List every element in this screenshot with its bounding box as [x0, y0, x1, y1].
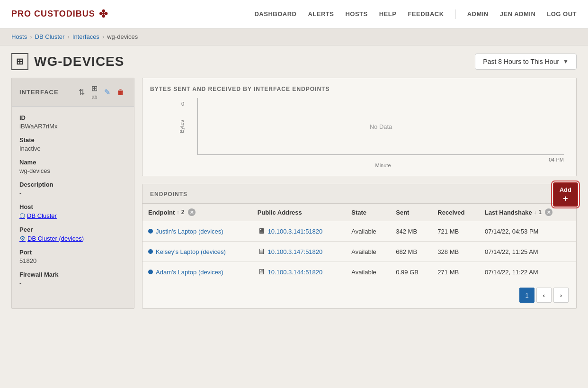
field-id-label: ID — [19, 114, 126, 121]
time-range-dropdown[interactable]: Past 8 Hours to This Hour ▼ — [475, 54, 577, 70]
field-port: Port 51820 — [19, 249, 126, 264]
nav-hosts[interactable]: HOSTS — [345, 10, 367, 18]
endpoint-sort-up[interactable]: ↑ — [177, 209, 179, 215]
add-endpoint-button[interactable]: Add + — [553, 182, 578, 207]
chart-x-label: 04 PM — [197, 157, 569, 162]
nav-links: DASHBOARD ALERTS HOSTS HELP FEEDBACK ADM… — [254, 9, 577, 19]
last-handshake-count: 1 — [538, 209, 542, 216]
received-cell-1: 721 MB — [432, 221, 479, 242]
sent-cell-1: 342 MB — [390, 221, 432, 242]
public-addr-cell-1: 🖥 10.100.3.141:51820 — [252, 221, 346, 242]
host-link[interactable]: ⬡ DB Cluster — [19, 212, 57, 219]
endpoint-filter-badge: 2 ✕ — [181, 208, 196, 216]
sent-cell-3: 0.99 GB — [390, 262, 432, 282]
pagination: 1 ‹ › — [143, 282, 576, 308]
field-state: State Inactive — [19, 136, 126, 152]
delete-icon[interactable]: 🗑 — [115, 88, 126, 97]
chart-title: BYTES SENT AND RECEIVED BY INTERFACE END… — [150, 86, 569, 92]
page-title-text: WG-DEVICES — [34, 54, 124, 69]
field-state-label: State — [19, 136, 126, 144]
cube-icon: ⬡ — [19, 212, 25, 219]
breadcrumb-interfaces[interactable]: Interfaces — [72, 33, 99, 40]
ab-icon-group: ⊞ ab — [89, 84, 99, 100]
interface-icon: ⊞ — [11, 53, 28, 70]
monitor-icon-1: 🖥 — [258, 227, 265, 235]
handshake-cell-3: 07/14/22, 11:22 AM — [479, 262, 576, 282]
last-handshake-sort-down[interactable]: ↓ — [534, 209, 537, 215]
logo-icon: ✤ — [99, 8, 108, 20]
endpoint-name-1: Justin's Laptop (devices) — [156, 228, 223, 235]
field-port-label: Port — [19, 249, 126, 256]
peer-link[interactable]: ⚙ DB Cluster (devices) — [19, 235, 84, 242]
edit-icon[interactable]: ✎ — [102, 88, 112, 97]
table-row: Justin's Laptop (devices) 🖥 10.100.3.141… — [143, 221, 576, 242]
nav-alerts[interactable]: ALERTS — [308, 10, 334, 18]
endpoints-section: ENDPOINTS Add + Endpoint ↑ — [142, 184, 577, 309]
nav-help[interactable]: HELP — [379, 10, 397, 18]
add-label: Add — [560, 186, 571, 193]
next-page-button[interactable]: › — [553, 288, 569, 303]
endpoint-link-1[interactable]: Justin's Laptop (devices) — [148, 228, 246, 235]
last-handshake-filter-badge: 1 ✕ — [538, 208, 552, 216]
field-description-label: Description — [19, 181, 126, 188]
th-endpoint: Endpoint ↑ 2 ✕ — [143, 204, 252, 221]
field-host-label: Host — [19, 203, 126, 210]
peer-link-text: DB Cluster (devices) — [27, 235, 84, 242]
field-firewall-mark: Firewall Mark - — [19, 271, 126, 287]
sidebar-content: ID iBWaAR7riMx State Inactive Name wg-de… — [12, 107, 134, 301]
field-firewall-mark-label: Firewall Mark — [19, 271, 126, 278]
plus-icon: + — [563, 194, 568, 203]
th-last-handshake-label: Last Handshake — [485, 209, 532, 216]
status-dot-1 — [148, 229, 153, 234]
th-received: Received — [432, 204, 479, 221]
chart-area: Bytes 0 No Data — [197, 98, 564, 155]
endpoint-cell-3: Adam's Laptop (devices) — [143, 262, 252, 282]
field-description-value: - — [19, 189, 126, 197]
chart-x-unit: Minute — [197, 162, 569, 168]
chart-no-data: No Data — [370, 123, 392, 130]
public-addr-link-2[interactable]: 🖥 10.100.3.147:51820 — [258, 247, 340, 256]
public-addr-link-1[interactable]: 🖥 10.100.3.141:51820 — [258, 227, 340, 235]
sort-icon[interactable]: ⇅ — [77, 88, 87, 97]
breadcrumb-hosts[interactable]: Hosts — [11, 33, 27, 40]
nav-logout[interactable]: LOG OUT — [547, 10, 577, 18]
field-host: Host ⬡ DB Cluster — [19, 203, 126, 219]
th-public-address-label: Public Address — [258, 209, 302, 216]
ab-icon[interactable]: ab — [89, 93, 99, 100]
field-peer-label: Peer — [19, 226, 126, 233]
table-header: Endpoint ↑ 2 ✕ Public Address — [143, 204, 576, 221]
breadcrumb-current: wg-devices — [107, 33, 138, 40]
breadcrumb-sep-2: › — [67, 33, 69, 40]
sidebar-actions: ⇅ ⊞ ab ✎ 🗑 — [77, 84, 126, 100]
sidebar: INTERFACE ⇅ ⊞ ab ✎ 🗑 ID iBWaAR7riMx Stat… — [11, 78, 134, 309]
chart-y-label: Bytes — [179, 120, 185, 133]
table-row: Kelsey's Laptop (devices) 🖥 10.100.3.147… — [143, 242, 576, 262]
th-sent: Sent — [390, 204, 432, 221]
page-1-button[interactable]: 1 — [519, 288, 535, 303]
status-dot-3 — [148, 270, 153, 274]
th-state: State — [346, 204, 390, 221]
received-cell-3: 271 MB — [432, 262, 479, 282]
public-addr-link-3[interactable]: 🖥 10.100.3.144:51820 — [258, 268, 340, 276]
nav-divider — [455, 9, 456, 19]
breadcrumb-db-cluster[interactable]: DB Cluster — [35, 33, 65, 40]
clear-handshake-filter[interactable]: ✕ — [545, 208, 552, 216]
endpoint-link-3[interactable]: Adam's Laptop (devices) — [148, 269, 246, 276]
th-state-label: State — [351, 209, 366, 216]
nav-admin[interactable]: ADMIN — [467, 10, 489, 18]
field-description: Description - — [19, 181, 126, 197]
handshake-cell-1: 07/14/22, 04:53 PM — [479, 221, 576, 242]
nav-feedback[interactable]: FEEDBACK — [408, 10, 444, 18]
state-cell-1: Available — [346, 221, 390, 242]
clear-endpoint-filter[interactable]: ✕ — [188, 208, 196, 216]
breadcrumb-sep-3: › — [102, 33, 104, 40]
breadcrumb-sep-1: › — [30, 33, 32, 40]
nav-dashboard[interactable]: DASHBOARD — [254, 10, 296, 18]
endpoint-link-2[interactable]: Kelsey's Laptop (devices) — [148, 248, 246, 255]
nav-jen-admin[interactable]: JEN ADMIN — [500, 10, 536, 18]
grid-icon[interactable]: ⊞ — [89, 84, 99, 93]
prev-page-button[interactable]: ‹ — [536, 288, 552, 303]
field-firewall-mark-value: - — [19, 280, 126, 287]
main-layout: INTERFACE ⇅ ⊞ ab ✎ 🗑 ID iBWaAR7riMx Stat… — [0, 78, 588, 320]
page-title: ⊞ WG-DEVICES — [11, 53, 124, 70]
